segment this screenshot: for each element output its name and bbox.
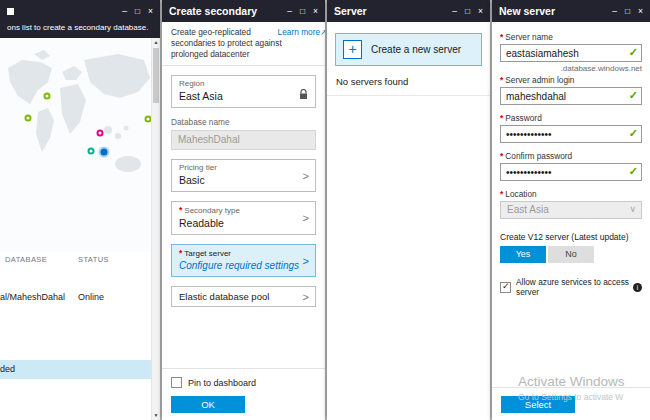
- chevron-right-icon: >: [303, 255, 309, 267]
- minimize-icon[interactable]: –: [287, 0, 292, 22]
- blade-geo-replication: – □ × ons list to create a secondary dat…: [0, 0, 160, 420]
- close-icon[interactable]: ×: [478, 0, 483, 22]
- create-new-server-button[interactable]: + Create a new server: [335, 33, 482, 66]
- target-server-label-text: Target server: [184, 249, 231, 258]
- secondary-type-label-text: Secondary type: [184, 206, 240, 215]
- blade-create-secondary: Create secondary – □ × Create geo-replic…: [162, 0, 325, 420]
- map-marker[interactable]: [97, 130, 104, 137]
- map-marker[interactable]: [101, 149, 108, 156]
- lock-icon: [299, 86, 308, 104]
- blade4-title: New server: [499, 5, 612, 17]
- checkbox-tick-icon: ✓: [502, 281, 510, 291]
- location-label-text: Location: [505, 189, 536, 199]
- blade1-window-controls: – □ ×: [122, 0, 153, 22]
- password-label-text: Password: [505, 113, 541, 123]
- scroll-up-icon[interactable]: ▲: [152, 38, 160, 47]
- database-table-header: DATABASE STATUS: [0, 255, 150, 264]
- server-name-suffix: .database.windows.net: [500, 64, 642, 73]
- server-name-group: *Server name ✓ .database.windows.net: [492, 32, 650, 73]
- create-new-server-label: Create a new server: [371, 44, 461, 55]
- map-marker[interactable]: [88, 148, 95, 155]
- chevron-right-icon: >: [303, 212, 309, 224]
- close-icon[interactable]: ×: [313, 0, 318, 22]
- confirm-password-label: *Confirm password: [500, 151, 642, 161]
- location-label: *Location: [500, 189, 642, 199]
- allow-services-checkbox[interactable]: ✓: [500, 282, 511, 293]
- maximize-icon[interactable]: □: [625, 0, 630, 22]
- blade3-window-controls: – □ ×: [452, 0, 483, 22]
- v12-toggle: Yes No: [492, 246, 650, 263]
- maximize-icon[interactable]: □: [465, 0, 470, 22]
- external-link-icon: ↗: [320, 27, 325, 37]
- valid-check-icon: ✓: [629, 127, 638, 140]
- maximize-icon[interactable]: □: [300, 0, 305, 22]
- server-name-label-text: Server name: [505, 32, 553, 42]
- blade2-description: Create geo-replicated secondaries to pro…: [171, 27, 283, 59]
- elastic-pool-selector[interactable]: Elastic database pool >: [171, 286, 316, 307]
- pin-to-dashboard-checkbox[interactable]: [171, 377, 182, 388]
- pin-to-dashboard-row: Pin to dashboard: [171, 377, 316, 388]
- confirm-password-input[interactable]: [500, 163, 642, 181]
- allow-services-row: ✓ Allow azure services to access server …: [492, 277, 650, 297]
- learn-more-text: Learn more: [278, 27, 320, 37]
- v12-yes-button[interactable]: Yes: [500, 246, 546, 263]
- close-icon[interactable]: ×: [638, 0, 643, 22]
- confirm-password-label-text: Confirm password: [505, 151, 572, 161]
- target-server-selector[interactable]: *Target server Configure required settin…: [171, 244, 316, 277]
- blade4-footer: Select: [492, 387, 650, 420]
- blade-server: Server – □ × + Create a new server No se…: [327, 0, 490, 420]
- location-group: *Location East Asia ∨: [492, 189, 650, 219]
- admin-login-group: *Server admin login ✓: [492, 75, 650, 105]
- map-marker[interactable]: [44, 93, 51, 100]
- region-label: Region: [179, 79, 308, 88]
- blade4-window-controls: – □ ×: [612, 0, 643, 22]
- map-marker[interactable]: [25, 115, 32, 122]
- valid-check-icon: ✓: [629, 46, 638, 59]
- location-value: East Asia: [507, 204, 549, 215]
- info-icon[interactable]: i: [633, 283, 642, 292]
- minimize-icon[interactable]: –: [122, 0, 127, 22]
- secondary-type-selector[interactable]: *Secondary type Readable >: [171, 201, 316, 235]
- blade2-window-controls: – □ ×: [287, 0, 318, 22]
- region-field: Region East Asia: [171, 75, 316, 108]
- pin-to-dashboard-label: Pin to dashboard: [188, 378, 256, 388]
- plus-icon: +: [343, 40, 362, 59]
- selected-table-row[interactable]: ded: [0, 360, 151, 379]
- scrollbar-thumb[interactable]: [153, 48, 159, 103]
- v12-no-button[interactable]: No: [548, 246, 594, 263]
- select-button[interactable]: Select: [501, 396, 575, 413]
- admin-login-label: *Server admin login: [500, 75, 642, 85]
- ok-button[interactable]: OK: [171, 396, 245, 413]
- location-select: East Asia ∨: [500, 201, 642, 219]
- table-row[interactable]: al/MaheshDahal Online: [0, 292, 150, 302]
- close-icon[interactable]: ×: [148, 0, 153, 22]
- database-name-field: MaheshDahal: [171, 130, 316, 150]
- blade1-subtitle: ons list to create a secondary database.: [0, 22, 160, 38]
- world-map: [0, 38, 151, 252]
- scroll-down-icon[interactable]: ▼: [152, 411, 160, 420]
- blade1-scrollbar[interactable]: ▲ ▼: [151, 38, 160, 420]
- admin-login-label-text: Server admin login: [505, 75, 574, 85]
- region-value: East Asia: [179, 90, 308, 102]
- elastic-pool-label: Elastic database pool: [179, 291, 269, 302]
- minimize-icon[interactable]: –: [612, 0, 617, 22]
- pricing-tier-selector[interactable]: Pricing tier Basic >: [171, 159, 316, 192]
- server-name-input[interactable]: [500, 44, 642, 62]
- secondary-type-value: Readable: [179, 217, 308, 229]
- blade3-title: Server: [334, 5, 452, 17]
- dropdown-chevron-icon: ∨: [629, 204, 636, 214]
- valid-check-icon: ✓: [629, 89, 638, 102]
- column-database: DATABASE: [0, 255, 78, 264]
- learn-more-link[interactable]: Learn more↗: [278, 27, 325, 38]
- password-input[interactable]: [500, 125, 642, 143]
- target-server-value: Configure required settings: [179, 260, 308, 271]
- chevron-right-icon: >: [303, 291, 309, 303]
- no-servers-message: No servers found: [327, 66, 490, 96]
- admin-login-input[interactable]: [500, 87, 642, 105]
- required-asterisk: *: [179, 248, 182, 258]
- blade2-title: Create secondary: [169, 5, 287, 17]
- database-name-label: Database name: [171, 117, 316, 127]
- maximize-icon[interactable]: □: [135, 0, 140, 22]
- minimize-icon[interactable]: –: [452, 0, 457, 22]
- world-map-svg: [0, 38, 151, 252]
